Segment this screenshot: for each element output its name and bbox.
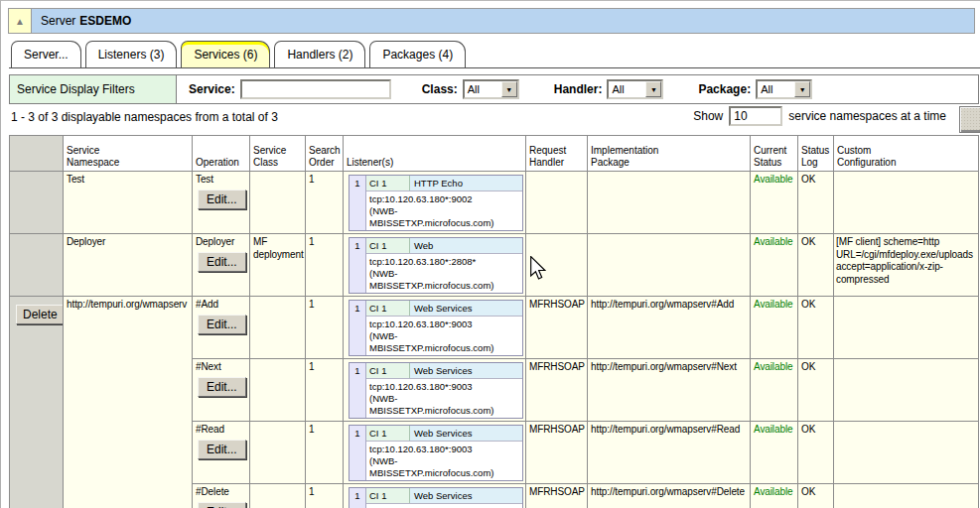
edit-button[interactable]: Edit... [198, 502, 246, 508]
package-filter-select[interactable]: All ▼ [756, 79, 812, 99]
implementation-package-cell [588, 234, 751, 297]
show-suffix: service namespaces at a time [788, 109, 946, 123]
request-handler-cell: MFRHSOAP [526, 359, 588, 422]
collapse-toggle[interactable]: ▲ [8, 8, 32, 34]
listener-cell: 1CI 1Web Servicestcp:10.120.63.180*:9003… [344, 359, 526, 422]
operation-name: Deployer [196, 236, 246, 249]
listener-address: tcp:10.120.63.180*:9003(NWB-MBISSETXP.mi… [366, 378, 522, 418]
operation-cell: #ReadEdit... [193, 422, 250, 484]
implementation-package-cell: http://tempuri.org/wmapserv#Add [588, 297, 751, 359]
search-order-cell: 1 [306, 234, 344, 297]
listener-address: tcp:10.120.63.180*:9003(NWB-MBISSETXP.mi… [366, 441, 522, 480]
row-action-cell [10, 172, 64, 234]
operation-cell: #AddEdit... [193, 297, 250, 359]
listener-name: Web [410, 238, 522, 253]
server-titlebar: ▲ Server ESDEMO [8, 8, 975, 34]
right-edge-button[interactable] [959, 106, 980, 133]
listener-conversation-badge: CI 1 [366, 426, 410, 441]
tab-listeners[interactable]: Listeners (3) [85, 41, 178, 67]
search-order-cell: 1 [306, 422, 344, 484]
column-header-operation: Operation [193, 136, 250, 172]
package-filter-value: All [758, 81, 794, 97]
listener-name: Web Services [410, 363, 522, 378]
table-row: Deletehttp://tempuri.org/wmapserv#AddEdi… [10, 297, 979, 359]
class-filter-select[interactable]: All ▼ [463, 79, 519, 99]
listener-index: 1 [350, 301, 366, 355]
listener-cell: 1CI 1Web Servicestcp:10.120.63.180*:9003… [344, 297, 526, 359]
edit-button[interactable]: Edit... [198, 440, 246, 459]
request-handler-cell [526, 234, 588, 297]
current-status-cell: Available [751, 172, 798, 234]
listener-address: tcp:10.120.63.180*:9003(NWB-MBISSETXP.mi… [366, 316, 522, 355]
show-controls: Show service namespaces at a time [693, 106, 946, 126]
table-header-row: Service NamespaceOperationService ClassS… [10, 136, 979, 172]
operation-name: Test [196, 174, 246, 187]
operation-cell: DeployerEdit... [193, 234, 250, 297]
service-filter-input[interactable] [240, 79, 391, 99]
delete-button[interactable]: Delete [16, 305, 64, 324]
listener-cell: 1CI 1Webtcp:10.120.63.180*:2808*(NWB-MBI… [344, 234, 526, 297]
current-status-cell: Available [751, 422, 798, 484]
listener-box: 1CI 1Web Servicestcp:10.120.63.180*:9003… [349, 487, 523, 508]
custom-config-cell [834, 297, 979, 359]
listener-conversation-badge: CI 1 [366, 301, 410, 316]
custom-config-cell: [MF client] scheme=http URL=/cgi/mfdeplo… [834, 234, 979, 297]
status-log-cell: OK [798, 422, 834, 484]
tab-services[interactable]: Services (6) [181, 41, 270, 67]
operation-cell: #NextEdit... [193, 359, 250, 422]
listener-index: 1 [350, 426, 366, 480]
listener-host: (NWB-MBISSETXP.microfocus.com) [369, 330, 520, 354]
listener-box: 1CI 1HTTP Echotcp:10.120.63.180*:9002(NW… [349, 175, 523, 231]
tab-handlers[interactable]: Handlers (2) [274, 41, 365, 67]
service-class-cell [250, 484, 306, 508]
column-header-service-namespace: Service Namespace [64, 136, 193, 172]
status-log-cell: OK [798, 297, 834, 359]
column-header-implementation-package: Implementation Package [588, 136, 751, 172]
class-filter-label: Class: [422, 82, 458, 96]
service-class-cell [250, 422, 306, 484]
implementation-package-cell: http://tempuri.org/wmapserv#Next [588, 359, 751, 422]
edit-button[interactable]: Edit... [198, 252, 246, 272]
column-header-actions [10, 136, 64, 172]
table-row: TestTestEdit...11CI 1HTTP Echotcp:10.120… [10, 172, 979, 234]
tab-server[interactable]: Server... [11, 41, 81, 67]
service-class-cell [250, 359, 306, 422]
search-order-cell: 1 [306, 484, 344, 508]
edit-button[interactable]: Edit... [198, 315, 246, 334]
listener-conversation-badge: CI 1 [366, 238, 410, 253]
tab-packages[interactable]: Packages (4) [369, 41, 466, 67]
column-header-service-class: Service Class [250, 136, 306, 172]
operation-name: #Next [196, 361, 246, 374]
column-header-listener-s: Listener(s) [344, 136, 526, 172]
triangle-up-icon: ▲ [15, 16, 25, 27]
status-log-cell: OK [798, 484, 834, 508]
request-handler-cell: MFRHSOAP [526, 422, 588, 484]
show-count-input[interactable] [729, 106, 782, 126]
handler-filter-select[interactable]: All ▼ [607, 79, 663, 99]
listener-name: Web Services [410, 301, 522, 316]
listener-host: (NWB-MBISSETXP.microfocus.com) [369, 268, 520, 292]
listener-cell: 1CI 1Web Servicestcp:10.120.63.180*:9003… [344, 422, 526, 484]
request-handler-cell: MFRHSOAP [526, 484, 588, 508]
listener-box: 1CI 1Web Servicestcp:10.120.63.180*:9003… [349, 362, 523, 419]
listener-box: 1CI 1Webtcp:10.120.63.180*:2808*(NWB-MBI… [349, 237, 523, 294]
service-filter-label: Service: [189, 82, 235, 96]
edit-button[interactable]: Edit... [198, 377, 246, 397]
operation-name: #Read [196, 424, 246, 437]
column-header-request-handler: Request Handler [526, 136, 588, 172]
custom-config-cell [834, 484, 979, 508]
server-title: Server ESDEMO [32, 8, 975, 34]
listener-host: (NWB-MBISSETXP.microfocus.com) [369, 455, 520, 479]
operation-cell: #DeleteEdit... [193, 484, 250, 508]
listener-name: Web Services [410, 488, 522, 503]
listener-index: 1 [350, 238, 366, 293]
chevron-down-icon: ▼ [645, 81, 661, 97]
column-header-search-order: Search Order [306, 136, 344, 172]
service-class-cell: MF deployment [250, 234, 306, 297]
status-log-cell: OK [798, 359, 834, 422]
edit-button[interactable]: Edit... [198, 190, 246, 209]
listener-cell: 1CI 1Web Servicestcp:10.120.63.180*:9003… [344, 484, 526, 508]
column-header-custom-configuration: Custom Configuration [834, 136, 979, 172]
listener-conversation-badge: CI 1 [366, 176, 410, 190]
listener-endpoint: tcp:10.120.63.180*:9003 [369, 318, 520, 330]
